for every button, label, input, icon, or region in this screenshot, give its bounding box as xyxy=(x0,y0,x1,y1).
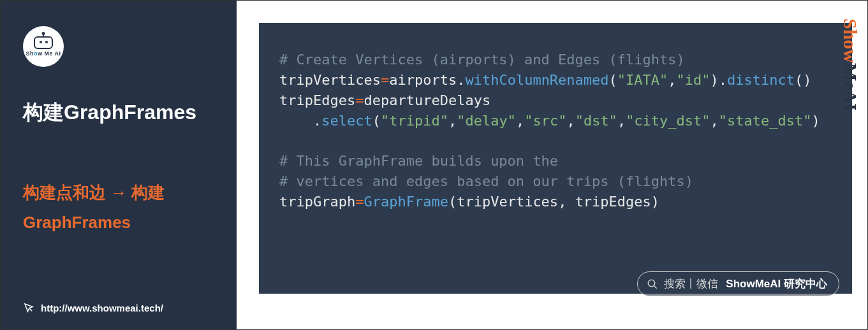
code-token: = xyxy=(355,194,364,210)
code-token: . xyxy=(313,113,321,129)
code-token: = xyxy=(355,92,364,108)
code-token: # vertices and edges based on our trips … xyxy=(279,173,693,189)
code-token: tripVertices xyxy=(457,194,558,210)
search-bold: ShowMeAI 研究中心 xyxy=(726,276,827,291)
code-token: , xyxy=(668,72,676,88)
code-token: ( xyxy=(448,194,457,210)
logo-text: Show Me AI xyxy=(26,50,61,57)
code-token: ) xyxy=(812,113,820,129)
code-token: # Create Vertices (airports) and Edges (… xyxy=(279,52,685,68)
code-token: select xyxy=(321,113,372,129)
logo: Show Me AI xyxy=(23,26,64,67)
code-token: GraphFrame xyxy=(364,194,448,210)
sidebar-subtitle: 构建点和边 → 构建 GraphFrames xyxy=(23,178,214,238)
cursor-icon xyxy=(23,302,34,313)
code-token: tripVertices xyxy=(279,72,381,88)
search-box: 搜索丨微信 ShowMeAI 研究中心 xyxy=(637,271,839,296)
code-token: . xyxy=(457,72,465,88)
code-token: # This GraphFrame builds upon the xyxy=(279,153,558,169)
slide-container: Show Me AI 构建GraphFrames 构建点和边 → 构建 Grap… xyxy=(0,0,868,330)
footer-url[interactable]: http://www.showmeai.tech/ xyxy=(41,303,163,313)
code-token: departureDelays xyxy=(364,92,490,108)
code-token: "id" xyxy=(677,72,710,88)
code-token: , xyxy=(566,113,575,129)
code-token: "state_dst" xyxy=(719,113,812,129)
code-token: , xyxy=(710,113,719,129)
sidebar: Show Me AI 构建GraphFrames 构建点和边 → 构建 Grap… xyxy=(1,1,237,329)
code-token: tripEdges xyxy=(575,194,651,210)
code-token: ( xyxy=(609,72,617,88)
code-token: withColumnRenamed xyxy=(465,72,608,88)
code-token: "city_dst" xyxy=(626,113,710,129)
code-token: , xyxy=(558,194,575,210)
code-token: ) xyxy=(651,194,659,210)
code-token: ( xyxy=(372,113,381,129)
subtitle-line-2: GraphFrames xyxy=(23,208,214,238)
main-content: # Create Vertices (airports) and Edges (… xyxy=(237,1,867,329)
code-token: distinct xyxy=(727,72,795,88)
code-token: "dst" xyxy=(575,113,617,129)
code-token: ). xyxy=(710,72,728,88)
sidebar-title: 构建GraphFrames xyxy=(23,99,214,127)
svg-line-1 xyxy=(654,285,658,289)
code-token: tripGraph xyxy=(279,194,355,210)
code-token: tripEdges xyxy=(279,92,355,108)
search-icon xyxy=(647,278,658,290)
code-token: () xyxy=(795,72,812,88)
code-token: , xyxy=(448,113,457,129)
footer: http://www.showmeai.tech/ xyxy=(23,302,163,313)
code-block: # Create Vertices (airports) and Edges (… xyxy=(259,23,852,294)
code-token: "IATA" xyxy=(617,72,668,88)
code-token: "src" xyxy=(524,113,566,129)
svg-point-0 xyxy=(649,280,656,287)
robot-icon xyxy=(34,36,53,49)
code-token xyxy=(279,113,313,129)
code-token: "delay" xyxy=(457,113,516,129)
code-token: = xyxy=(381,72,389,88)
code-token: airports xyxy=(389,72,457,88)
search-prefix: 搜索丨微信 xyxy=(664,276,718,291)
code-token: "tripid" xyxy=(381,113,448,129)
code-token: , xyxy=(617,113,626,129)
code-token: , xyxy=(516,113,524,129)
subtitle-line-1: 构建点和边 → 构建 xyxy=(23,178,214,208)
